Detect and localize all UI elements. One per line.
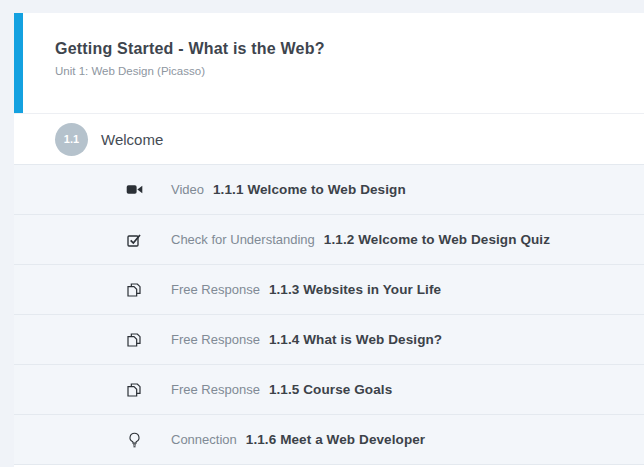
lesson-type-label: Check for Understanding — [171, 232, 315, 247]
lesson-list: Video 1.1.1 Welcome to Web Design Check … — [14, 164, 644, 465]
page-title: Getting Started - What is the Web? — [55, 40, 624, 58]
lightbulb-icon — [121, 432, 147, 448]
lesson-type-label: Video — [171, 182, 204, 197]
lesson-type-label: Connection — [171, 432, 237, 447]
checkbox-icon — [121, 232, 147, 248]
lesson-title-link[interactable]: 1.1.5 Course Goals — [269, 382, 392, 397]
lesson-title-link[interactable]: 1.1.4 What is Web Design? — [269, 332, 442, 347]
lesson-title-link[interactable]: 1.1.1 Welcome to Web Design — [213, 182, 406, 197]
lesson-row-1-1-4[interactable]: Free Response 1.1.4 What is Web Design? — [14, 314, 644, 364]
lesson-row-1-1-1[interactable]: Video 1.1.1 Welcome to Web Design — [14, 164, 644, 214]
pages-icon — [121, 282, 147, 298]
lesson-row-1-1-2[interactable]: Check for Understanding 1.1.2 Welcome to… — [14, 214, 644, 264]
lesson-row-1-1-5[interactable]: Free Response 1.1.5 Course Goals — [14, 364, 644, 414]
unit-subtitle: Unit 1: Web Design (Picasso) — [55, 65, 624, 77]
lesson-type-label: Free Response — [171, 382, 260, 397]
lesson-title-link[interactable]: 1.1.2 Welcome to Web Design Quiz — [324, 232, 550, 247]
pages-icon — [121, 332, 147, 348]
lesson-row-1-1-6[interactable]: Connection 1.1.6 Meet a Web Developer — [14, 414, 644, 464]
lesson-row-1-1-3[interactable]: Free Response 1.1.3 Websites in Your Lif… — [14, 264, 644, 314]
pages-icon — [121, 382, 147, 398]
section-title: Welcome — [101, 131, 163, 148]
module-accent-bar — [14, 13, 23, 113]
lesson-title-link[interactable]: 1.1.6 Meet a Web Developer — [246, 432, 425, 447]
section-number-badge: 1.1 — [55, 123, 88, 156]
section-header-1-1[interactable]: 1.1 Welcome — [14, 113, 644, 164]
lesson-type-label: Free Response — [171, 332, 260, 347]
video-icon — [121, 181, 147, 198]
lesson-title-link[interactable]: 1.1.3 Websites in Your Life — [269, 282, 441, 297]
module-header-card: Getting Started - What is the Web? Unit … — [14, 13, 644, 113]
lesson-type-label: Free Response — [171, 282, 260, 297]
course-module-panel: Getting Started - What is the Web? Unit … — [14, 13, 644, 467]
